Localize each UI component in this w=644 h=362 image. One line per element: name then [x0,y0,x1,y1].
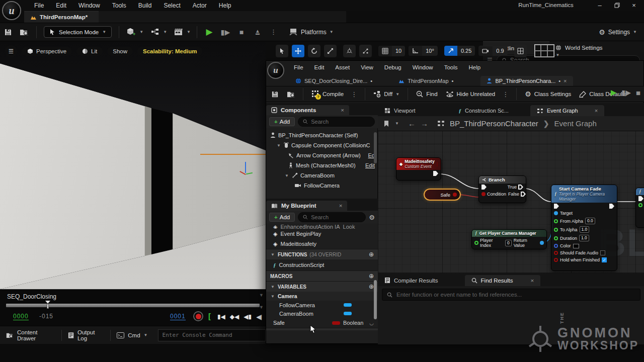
bp-menu-help[interactable]: Help [463,64,487,70]
add-variable-button[interactable]: ⊕ [369,283,374,290]
tree-row-self[interactable]: BP_ThirdPersonCharacter (Self) [266,130,378,140]
move-tool-button[interactable] [292,45,304,57]
close-icon[interactable]: × [341,107,344,113]
exec-in-pin[interactable] [638,196,643,201]
node-branch[interactable]: Branch True Condition False [478,175,526,203]
components-add-button[interactable]: +Add [269,117,295,126]
components-search-input[interactable]: Search [298,117,375,127]
chevron-down-icon[interactable]: ▼ [139,30,143,34]
node-custom-event[interactable]: ◈ Madeittosafety Custom Event [396,157,441,180]
tab-construction-script[interactable]: ƒ Construction Sc... [452,105,515,116]
menu-tools[interactable]: Tools [106,1,132,11]
fade-audio-checkbox[interactable] [600,250,605,255]
chevron-down-icon[interactable]: ▼ [395,121,399,126]
tab-compiler-results[interactable]: Compiler Results [378,275,445,286]
color-swatch[interactable] [573,244,579,248]
sequencer-scrub-bar[interactable] [6,304,260,307]
grid-snap-control[interactable]: 10 [378,46,405,56]
bp-save-button[interactable] [268,87,281,101]
tab-find-results[interactable]: Find Results × [465,275,541,286]
bp-stop-button[interactable]: ■ [636,88,640,97]
scalability-badge[interactable]: Scalability: Medium [137,47,202,56]
condition-pin[interactable] [481,192,486,196]
data-pin[interactable] [638,203,642,207]
content-drawer-button[interactable]: Content Drawer [0,326,61,344]
maximize-viewport-button[interactable] [514,45,527,57]
sequence-end-frame[interactable]: 0001 [170,313,186,320]
previous-key-button[interactable]: ◆◀ [230,313,239,321]
event-graph-canvas[interactable]: BL ◈ Madeittosafety Custom Event [378,131,644,273]
exec-out-pin[interactable] [433,171,438,176]
node-partial[interactable]: ƒ [635,188,644,228]
close-icon[interactable]: × [564,78,567,84]
gear-icon[interactable]: ⚙ [369,214,375,221]
tab-viewport[interactable]: Viewport [378,105,422,116]
hide-options-button[interactable]: ⋮ [499,90,512,98]
perspective-dropdown[interactable]: Perspective [22,47,72,56]
node-get-player-camera-manager[interactable]: ƒ Get Player Camera Manager Player Index… [471,229,547,249]
bp-menu-asset[interactable]: Asset [330,64,355,70]
record-button[interactable] [193,311,203,321]
graph-row-madeittosafety[interactable]: ◈ Madeittosafety [266,239,378,249]
menu-actor[interactable]: Actor [187,1,213,11]
minimize-button[interactable]: – [593,0,607,10]
tree-row-mesh[interactable]: Mesh (CharacterMesh0) Edit [266,160,378,170]
tab-thirdpersonmap[interactable]: ThirdPersonMap• [392,76,459,86]
close-icon[interactable]: × [339,203,343,209]
gizmo-z-axis[interactable] [245,162,246,173]
add-actor-button[interactable]: + [125,26,138,39]
save-button[interactable] [2,26,15,39]
exec-out-pin[interactable] [609,204,614,209]
variable-row-safe[interactable]: Safe Boolean ◡ [266,318,378,328]
should-fade-audio-pin[interactable] [554,251,558,255]
selection-mode-dropdown[interactable]: Selection Mode ▼ [44,26,112,38]
chevron-down-icon[interactable]: ▼ [163,30,167,34]
tree-row-arrow[interactable]: Arrow Component (Arrow) Ed [266,150,378,160]
chevron-down-icon[interactable]: ▼ [187,30,191,34]
bp-menu-debug[interactable]: Debug [379,64,407,70]
components-scrollbar[interactable] [374,132,377,163]
scale-snap-control[interactable]: 0.25 [444,46,475,56]
chevron-down-icon[interactable]: ▼ [259,305,264,310]
node-get-safe[interactable]: Safe [424,189,461,201]
tab-my-blueprint[interactable]: My Blueprint × [266,201,347,211]
close-icon[interactable]: × [595,108,598,114]
add-macro-button[interactable]: ⊕ [369,273,374,280]
surface-snap-button[interactable] [359,45,372,57]
viewport-options-button[interactable]: ☰ [5,45,17,57]
breadcrumb-leaf[interactable]: Event Graph [554,119,597,128]
level-tab[interactable]: ThirdPersonMap* [24,11,99,23]
select-tool-button[interactable] [276,45,288,57]
compile-button[interactable]: ? Compile [307,90,348,98]
diff-dropdown[interactable]: Diff ▼ [369,90,404,98]
tab-event-graph[interactable]: Event Graph × [530,105,604,116]
color-pin[interactable] [554,244,558,248]
step-back-button[interactable]: ◀▮ [244,313,252,321]
stop-button[interactable]: ■ [235,26,248,39]
bool-out-pin[interactable] [453,193,457,197]
false-exec-pin[interactable] [521,192,526,197]
expand-arrow-icon[interactable]: ▼ [276,143,281,148]
chevron-down-icon[interactable]: ▼ [259,293,264,298]
variable-row-cameraboom[interactable]: CameraBoom [266,309,378,318]
level-viewport[interactable] [0,41,266,289]
close-icon[interactable]: × [530,278,534,284]
find-button[interactable]: Find [412,90,441,98]
macros-section-header[interactable]: MACROS ⊕ [266,270,378,281]
sequence-start-frame[interactable]: 0000 [13,313,29,320]
bookmark-icon[interactable] [383,120,390,127]
sequence-current-frame[interactable]: -015 [39,313,53,320]
myblueprint-add-button[interactable]: +Add [269,213,295,222]
bp-play-button[interactable]: ▶ [611,88,617,97]
menu-window[interactable]: Window [72,1,106,11]
bp-menu-file[interactable]: File [288,64,309,70]
rotate-tool-button[interactable] [308,45,320,57]
exec-in-pin[interactable] [554,204,559,209]
jump-to-start-button[interactable]: ▮◀ [217,313,225,321]
functions-section-header[interactable]: ▼ FUNCTIONS (34 OVERRID ⊕ [266,249,378,259]
lit-dropdown[interactable]: Lit [76,47,103,56]
find-results-search-input[interactable]: Enter function or event name to find ref… [382,289,640,301]
close-button[interactable]: × [627,0,641,10]
world-local-toggle[interactable] [343,45,356,57]
variable-row-followcamera[interactable]: FollowCamera [266,301,378,309]
